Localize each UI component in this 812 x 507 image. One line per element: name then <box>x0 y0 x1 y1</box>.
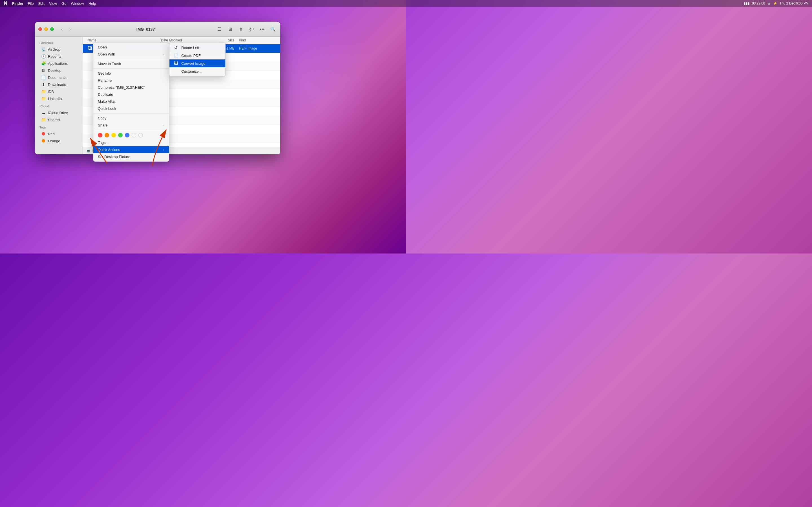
sidebar-label-documents: Documents <box>48 75 66 80</box>
sidebar-item-applications[interactable]: 🧩 Applications <box>37 60 81 67</box>
cm-get-info[interactable]: Get Info <box>93 70 169 77</box>
col-kind-header[interactable]: Kind <box>239 38 276 42</box>
recents-icon: 🕐 <box>41 54 46 59</box>
cm-quick-actions-label: Quick Actions <box>98 148 120 152</box>
chevron-right-icon: › <box>163 148 164 152</box>
icloud-drive-icon: ☁ <box>41 110 46 115</box>
toolbar-right: ☰ ⊞ ⬆ 🏷 ••• 🔍 <box>215 25 277 33</box>
sm-convert-image-label: Convert Image <box>181 61 205 66</box>
convert-image-icon: 🖼 <box>173 61 179 66</box>
cm-compress[interactable]: Compress "IMG_0137.HEIC" <box>93 84 169 91</box>
chevron-right-icon: › <box>163 53 164 56</box>
cm-share-label: Share <box>98 123 108 127</box>
cm-open[interactable]: Open <box>93 44 169 51</box>
nav-arrows: ‹ › <box>58 25 73 33</box>
traffic-lights <box>38 27 54 31</box>
sm-convert-image[interactable]: 🖼 Convert Image <box>169 59 225 67</box>
applications-icon: 🧩 <box>41 61 46 66</box>
minimize-button[interactable] <box>44 27 48 31</box>
sidebar-label-recents: Recents <box>48 54 61 59</box>
cm-quick-look[interactable]: Quick Look <box>93 105 169 112</box>
orange-tag-icon <box>41 138 46 143</box>
menubar-window[interactable]: Window <box>71 1 84 6</box>
more-button[interactable]: ••• <box>258 25 266 33</box>
share-button[interactable]: ⬆ <box>237 25 245 33</box>
cm-divider-2 <box>93 68 169 69</box>
cm-colors <box>93 131 169 139</box>
sidebar-item-linkedin[interactable]: 📁 LinkedIn <box>37 95 81 102</box>
documents-icon: 📄 <box>41 75 46 80</box>
color-red[interactable] <box>98 133 102 137</box>
menubar-app-name[interactable]: Finder <box>12 1 23 6</box>
color-orange[interactable] <box>105 133 109 137</box>
sidebar-item-downloads[interactable]: ⬇ Downloads <box>37 81 81 88</box>
close-button[interactable] <box>38 27 42 31</box>
col-name-header[interactable]: Name <box>87 38 161 42</box>
cm-copy[interactable]: Copy <box>93 115 169 122</box>
apple-menu[interactable]: ⌘ <box>3 1 8 6</box>
cm-move-trash[interactable]: Move to Trash <box>93 60 169 67</box>
col-size-header[interactable]: Size <box>210 38 239 42</box>
cm-set-desktop-label: Set Desktop Picture <box>98 155 130 159</box>
customize-icon <box>173 69 179 74</box>
col-date-header[interactable]: Date Modified <box>161 38 210 42</box>
sm-customize[interactable]: Customize... <box>169 67 225 75</box>
cm-open-with[interactable]: Open With › <box>93 51 169 58</box>
menubar-edit[interactable]: Edit <box>38 1 45 6</box>
tags-label: Tags <box>35 123 83 130</box>
sidebar-item-recents[interactable]: 🕐 Recents <box>37 53 81 60</box>
sm-rotate-left[interactable]: ↺ Rotate Left <box>169 44 225 52</box>
forward-button[interactable]: › <box>66 25 73 33</box>
tag-button[interactable]: 🏷 <box>248 25 255 33</box>
cm-share[interactable]: Share › <box>93 122 169 129</box>
window-title: IMG_0137 <box>78 27 213 32</box>
list-view-button[interactable]: ☰ <box>215 25 223 33</box>
sidebar-label-orange: Orange <box>48 139 60 143</box>
cm-duplicate[interactable]: Duplicate <box>93 91 169 98</box>
cm-quick-actions[interactable]: Quick Actions › <box>93 146 169 153</box>
grid-view-button[interactable]: ⊞ <box>226 25 234 33</box>
cm-copy-label: Copy <box>98 116 106 120</box>
menubar-file[interactable]: File <box>28 1 34 6</box>
color-blue[interactable] <box>125 133 130 137</box>
color-none-2[interactable] <box>139 133 143 137</box>
idb-icon: 📁 <box>41 89 46 94</box>
breadcrumb-icon: 💻 <box>86 149 91 153</box>
sidebar-item-icloud-drive[interactable]: ☁ iCloud Drive <box>37 109 81 116</box>
sm-customize-label: Customize... <box>181 69 202 73</box>
cm-make-alias[interactable]: Make Alias <box>93 98 169 105</box>
search-button[interactable]: 🔍 <box>269 25 277 33</box>
cm-rename[interactable]: Rename <box>93 77 169 84</box>
sidebar-item-shared[interactable]: 📁 Shared <box>37 116 81 123</box>
sidebar-item-airdrop[interactable]: 📡 AirDrop <box>37 46 81 53</box>
back-button[interactable]: ‹ <box>58 25 66 33</box>
menubar: ⌘ Finder File Edit View Go Window Help ▮… <box>0 0 406 7</box>
sm-rotate-left-label: Rotate Left <box>181 46 199 50</box>
color-none-1[interactable] <box>132 133 136 137</box>
sidebar-item-idb[interactable]: 📁 iDB <box>37 88 81 95</box>
cm-rename-label: Rename <box>98 78 112 82</box>
color-green[interactable] <box>118 133 123 137</box>
fullscreen-button[interactable] <box>50 27 54 31</box>
cm-duplicate-label: Duplicate <box>98 93 113 97</box>
icloud-label: iCloud <box>35 102 83 109</box>
sidebar-item-desktop[interactable]: 🖥 Desktop <box>37 67 81 74</box>
menubar-help[interactable]: Help <box>89 1 96 6</box>
menubar-view[interactable]: View <box>49 1 57 6</box>
sidebar: Favorites 📡 AirDrop 🕐 Recents 🧩 Applicat… <box>35 37 83 154</box>
color-yellow[interactable] <box>111 133 116 137</box>
sm-create-pdf[interactable]: 📄 Create PDF <box>169 52 225 59</box>
sidebar-item-orange[interactable]: Orange <box>37 137 81 144</box>
menubar-go[interactable]: Go <box>61 1 66 6</box>
cm-set-desktop[interactable]: Set Desktop Picture <box>93 153 169 160</box>
quick-actions-submenu: ↺ Rotate Left 📄 Create PDF 🖼 Convert Ima… <box>169 42 225 76</box>
cm-quick-look-label: Quick Look <box>98 107 116 111</box>
chevron-right-icon: › <box>163 124 164 127</box>
cm-tags[interactable]: Tags... <box>93 139 169 146</box>
finder-titlebar: ‹ › IMG_0137 ☰ ⊞ ⬆ 🏷 ••• 🔍 <box>35 22 280 37</box>
sidebar-label-idb: iDB <box>48 90 54 94</box>
sidebar-item-documents[interactable]: 📄 Documents <box>37 74 81 81</box>
cm-open-label: Open <box>98 45 107 49</box>
sidebar-item-red[interactable]: Red <box>37 130 81 137</box>
sidebar-label-icloud-drive: iCloud Drive <box>48 111 68 115</box>
